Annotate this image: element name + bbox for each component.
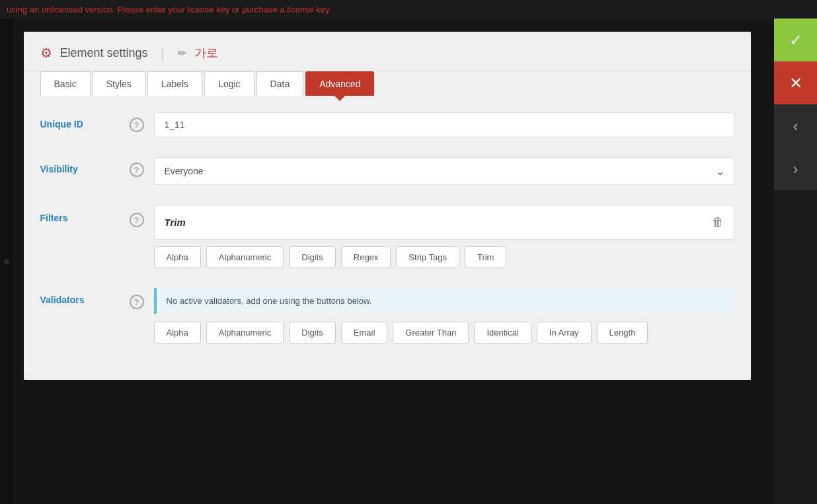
modal-header: ⚙ Element settings | ✏ 가로	[24, 32, 751, 71]
visibility-select-wrap: Everyone Logged In Logged Out ⌄	[154, 157, 734, 185]
validators-notice: No active validators, add one using the …	[154, 288, 734, 314]
validator-btn-digits[interactable]: Digits	[289, 322, 336, 343]
tab-bar: Basic Styles Labels Logic Data Advanced	[24, 71, 751, 96]
filters-help-icon[interactable]: ?	[130, 213, 144, 227]
tab-data[interactable]: Data	[256, 71, 304, 96]
tab-styles[interactable]: Styles	[93, 71, 145, 96]
filters-control: Trim 🗑 Alpha Alphanumeric Digits Regex S…	[154, 205, 734, 268]
filter-btn-regex[interactable]: Regex	[341, 246, 391, 268]
modal-subtitle: 가로	[194, 45, 218, 61]
nav-prev-button[interactable]: ‹	[774, 104, 817, 147]
nav-next-button[interactable]: ›	[774, 147, 817, 190]
filter-btn-digits[interactable]: Digits	[289, 246, 336, 268]
delete-filter-button[interactable]: 🗑	[712, 215, 724, 229]
validators-label: Validators	[40, 288, 120, 305]
filter-btn-alpha[interactable]: Alpha	[154, 246, 201, 268]
unique-id-row: Unique ID ?	[40, 112, 734, 137]
cancel-button[interactable]: ✕	[774, 61, 817, 104]
filter-btn-trim[interactable]: Trim	[465, 246, 507, 268]
header-divider: |	[161, 46, 165, 61]
validators-row: Validators ? No active validators, add o…	[40, 288, 734, 343]
filter-btn-striptags[interactable]: Strip Tags	[396, 246, 459, 268]
unique-id-label: Unique ID	[40, 112, 120, 129]
close-icon: ✕	[789, 74, 802, 92]
filters-label: Filters	[40, 205, 120, 223]
tab-logic[interactable]: Logic	[204, 71, 254, 96]
unique-id-input[interactable]	[154, 112, 734, 137]
visibility-control: Everyone Logged In Logged Out ⌄	[154, 157, 734, 185]
filter-btn-alphanumeric[interactable]: Alphanumeric	[206, 246, 284, 268]
visibility-row: Visibility ? Everyone Logged In Logged O…	[40, 157, 734, 185]
pencil-icon: ✏	[178, 47, 186, 59]
confirm-button[interactable]: ✓	[774, 18, 817, 61]
visibility-select[interactable]: Everyone Logged In Logged Out	[154, 157, 734, 185]
validator-btn-alpha[interactable]: Alpha	[154, 322, 201, 343]
validators-notice-text: No active validators, add one using the …	[167, 296, 372, 306]
gear-icon: ⚙	[40, 45, 52, 61]
side-panel: ✓ ✕ ‹ ›	[774, 18, 817, 504]
validator-buttons-group: Alpha Alphanumeric Digits Email Greater …	[154, 322, 734, 343]
license-message: using an unlicensed version. Please ente…	[7, 5, 331, 15]
validator-btn-identical[interactable]: Identical	[474, 322, 531, 343]
validators-help-icon[interactable]: ?	[130, 295, 144, 309]
tab-basic[interactable]: Basic	[40, 71, 91, 96]
validator-btn-email[interactable]: Email	[341, 322, 388, 343]
visibility-help-icon[interactable]: ?	[130, 162, 144, 177]
tab-advanced[interactable]: Advanced	[305, 71, 374, 96]
validator-btn-length[interactable]: Length	[597, 322, 648, 343]
validator-btn-inarray[interactable]: In Array	[537, 322, 592, 343]
active-filter-box: Trim 🗑	[154, 205, 734, 240]
filters-row: Filters ? Trim 🗑 Alpha Alphanumeric Digi…	[40, 205, 734, 268]
active-filter-name: Trim	[165, 217, 186, 228]
validator-btn-alphanumeric[interactable]: Alphanumeric	[206, 322, 284, 343]
tab-labels[interactable]: Labels	[147, 71, 202, 96]
validators-control: No active validators, add one using the …	[154, 288, 734, 343]
modal-body: Unique ID ? Visibility ? Everyone	[24, 96, 751, 380]
filter-buttons-group: Alpha Alphanumeric Digits Regex Strip Ta…	[154, 246, 734, 268]
chevron-left-icon: ‹	[793, 117, 798, 135]
top-bar: using an unlicensed version. Please ente…	[0, 0, 817, 18]
unique-id-help-icon[interactable]: ?	[130, 118, 144, 132]
modal: ⚙ Element settings | ✏ 가로 Basic Styles L…	[24, 32, 751, 380]
check-icon: ✓	[789, 31, 802, 50]
validator-btn-greaterthan[interactable]: Greater Than	[393, 322, 469, 343]
chevron-right-icon: ›	[793, 160, 798, 178]
modal-overlay: ⚙ Element settings | ✏ 가로 Basic Styles L…	[0, 18, 774, 504]
unique-id-control	[154, 112, 734, 137]
visibility-label: Visibility	[40, 157, 120, 174]
modal-title: Element settings	[60, 46, 148, 60]
